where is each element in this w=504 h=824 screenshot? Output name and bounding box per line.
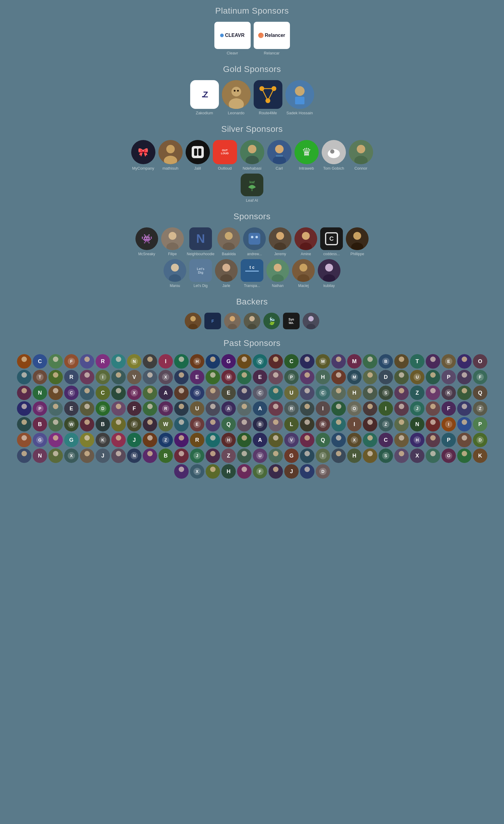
past-sponsor-item[interactable] (394, 433, 409, 447)
past-sponsor-item[interactable] (237, 417, 251, 431)
past-sponsor-item[interactable] (457, 433, 472, 447)
past-sponsor-item[interactable] (394, 386, 409, 400)
past-sponsor-item[interactable] (300, 370, 314, 384)
sponsor-leonardo[interactable]: Leonardo (222, 80, 250, 115)
past-sponsor-item[interactable]: C (284, 354, 299, 369)
past-sponsor-item[interactable]: B (379, 354, 393, 369)
past-sponsor-item[interactable] (394, 401, 409, 416)
past-sponsor-item[interactable]: O (190, 386, 204, 400)
past-sponsor-item[interactable]: R (159, 401, 173, 416)
past-sponsor-item[interactable] (17, 386, 31, 400)
sponsor-intraweb[interactable]: ♛ Intraweb (295, 140, 319, 171)
past-sponsor-item[interactable]: C (316, 386, 330, 400)
past-sponsor-item[interactable]: Z (159, 433, 173, 447)
past-sponsor-item[interactable]: R (96, 354, 110, 369)
past-sponsor-item[interactable]: Z (379, 417, 393, 431)
past-sponsor-item[interactable] (48, 448, 63, 463)
past-sponsor-item[interactable] (457, 448, 472, 463)
past-sponsor-item[interactable] (300, 417, 314, 431)
past-sponsor-item[interactable] (363, 354, 377, 369)
sponsor-mcsneaky[interactable]: 👾 McSneaky (135, 227, 158, 256)
past-sponsor-item[interactable] (143, 370, 157, 384)
past-sponsor-item[interactable] (174, 433, 189, 447)
past-sponsor-item[interactable] (300, 448, 314, 463)
past-sponsor-item[interactable]: G (221, 354, 236, 369)
past-sponsor-item[interactable]: A (253, 433, 267, 447)
backer-syntax[interactable]: Syntax. (283, 313, 300, 329)
sponsor-mathisuh[interactable]: mathisuh (159, 140, 183, 171)
past-sponsor-item[interactable]: X (159, 370, 173, 384)
past-sponsor-item[interactable]: H (316, 370, 330, 384)
past-sponsor-item[interactable] (331, 433, 346, 447)
past-sponsor-item[interactable] (143, 433, 157, 447)
past-sponsor-item[interactable] (363, 417, 377, 431)
past-sponsor-item[interactable] (457, 386, 472, 400)
past-sponsor-item[interactable]: J (127, 433, 141, 447)
past-sponsor-item[interactable] (300, 464, 314, 479)
sponsor-leafai[interactable]: leaf Leaf AI (241, 174, 263, 203)
past-sponsor-item[interactable] (457, 401, 472, 416)
past-sponsor-item[interactable]: K (96, 433, 110, 447)
past-sponsor-item[interactable] (363, 370, 377, 384)
past-sponsor-item[interactable]: U (190, 401, 204, 416)
sponsor-sadek[interactable]: Sadek Hossain (285, 80, 314, 115)
past-sponsor-item[interactable] (206, 464, 220, 479)
past-sponsor-item[interactable] (17, 433, 31, 447)
past-sponsor-item[interactable]: C (253, 386, 267, 400)
past-sponsor-item[interactable]: M (347, 354, 362, 369)
past-sponsor-item[interactable] (206, 401, 220, 416)
past-sponsor-item[interactable] (394, 448, 409, 463)
past-sponsor-item[interactable]: F (127, 417, 141, 431)
past-sponsor-item[interactable]: T (33, 370, 47, 384)
past-sponsor-item[interactable]: B (33, 417, 47, 431)
past-sponsor-item[interactable]: H (221, 433, 236, 447)
past-sponsor-item[interactable] (331, 354, 346, 369)
past-sponsor-item[interactable]: I (347, 417, 362, 431)
backer-3[interactable] (224, 313, 241, 329)
past-sponsor-item[interactable] (363, 401, 377, 416)
past-sponsor-item[interactable]: N (127, 354, 141, 369)
past-sponsor-item[interactable] (206, 354, 220, 369)
past-sponsor-item[interactable]: P (284, 370, 299, 384)
past-sponsor-item[interactable]: J (410, 401, 424, 416)
past-sponsor-item[interactable] (48, 386, 63, 400)
past-sponsor-item[interactable]: S (379, 386, 393, 400)
past-sponsor-item[interactable]: Q (473, 386, 487, 400)
past-sponsor-item[interactable]: N (410, 417, 424, 431)
past-sponsor-item[interactable] (269, 401, 283, 416)
past-sponsor-item[interactable] (143, 354, 157, 369)
past-sponsor-item[interactable] (426, 386, 440, 400)
past-sponsor-item[interactable] (237, 401, 251, 416)
past-sponsor-item[interactable] (394, 354, 409, 369)
past-sponsor-item[interactable] (111, 448, 126, 463)
past-sponsor-item[interactable]: B (159, 448, 173, 463)
past-sponsor-item[interactable]: P (33, 401, 47, 416)
past-sponsor-item[interactable]: X (64, 448, 79, 463)
past-sponsor-item[interactable]: V (127, 370, 141, 384)
sponsor-jeremy[interactable]: Jeremy (269, 227, 291, 256)
past-sponsor-item[interactable]: K (441, 386, 456, 400)
sponsor-kubilay[interactable]: kubilay (318, 259, 340, 288)
past-sponsor-item[interactable] (206, 433, 220, 447)
sponsor-jalil[interactable]: Jalil (186, 140, 210, 171)
past-sponsor-item[interactable] (426, 370, 440, 384)
past-sponsor-item[interactable] (174, 464, 189, 479)
past-sponsor-item[interactable]: P (473, 417, 487, 431)
past-sponsor-item[interactable] (17, 354, 31, 369)
past-sponsor-item[interactable] (17, 401, 31, 416)
past-sponsor-item[interactable]: J (284, 464, 299, 479)
past-sponsor-item[interactable] (48, 417, 63, 431)
past-sponsor-item[interactable] (143, 417, 157, 431)
past-sponsor-item[interactable]: H (347, 386, 362, 400)
past-sponsor-item[interactable] (111, 417, 126, 431)
past-sponsor-item[interactable]: C (33, 354, 47, 369)
past-sponsor-item[interactable]: G (64, 433, 79, 447)
sponsor-baakiida[interactable]: Baakiida (217, 227, 240, 256)
past-sponsor-item[interactable] (143, 386, 157, 400)
past-sponsor-item[interactable] (269, 464, 283, 479)
past-sponsor-item[interactable] (174, 448, 189, 463)
past-sponsor-item[interactable]: S (379, 448, 393, 463)
past-sponsor-item[interactable] (394, 370, 409, 384)
past-sponsor-item[interactable]: A (253, 401, 267, 416)
past-sponsor-item[interactable]: P (441, 433, 456, 447)
